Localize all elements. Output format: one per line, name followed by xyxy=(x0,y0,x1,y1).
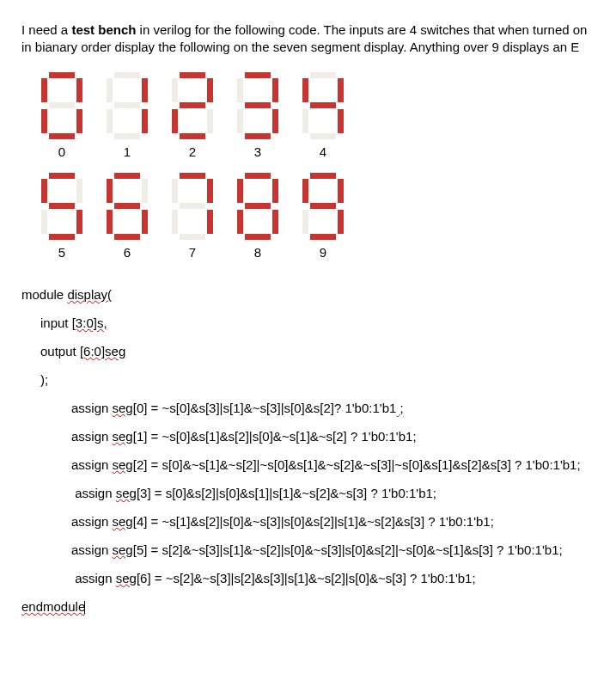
kw-output: output xyxy=(40,344,80,358)
expr: 3] = s[0]&s[2]|s[0]&s[1]|s[1]&~s[2]&~s[3… xyxy=(140,486,436,500)
seg-f xyxy=(302,78,308,102)
digit-cell: 1 xyxy=(102,72,152,159)
expr: 5] = s[2]&~s[3]|s[1]&~s[2]|s[0]&~s[3]|s[… xyxy=(137,542,563,557)
seg-b xyxy=(142,179,148,203)
seven-seg-icon xyxy=(107,72,148,139)
expr: 0] = ~s[0]&s[3]|s[1]&~s[3]|s[0]&s[2]? 1'… xyxy=(137,401,396,415)
close-paren: ); xyxy=(40,372,48,387)
digit-cell: 8 xyxy=(233,173,283,260)
digit-label: 9 xyxy=(320,245,326,260)
seg-a xyxy=(180,72,205,78)
seg-g xyxy=(114,203,140,209)
seg-a xyxy=(114,173,140,179)
digit-label: 8 xyxy=(254,245,261,260)
kw-assign: assign xyxy=(71,571,116,585)
seg-a xyxy=(310,173,336,179)
seg-d xyxy=(180,234,205,240)
seg-a xyxy=(180,173,205,179)
digit-row-1: 01234 xyxy=(37,72,595,159)
seg-d xyxy=(180,133,205,139)
seg-f xyxy=(41,78,47,102)
text-cursor-icon xyxy=(84,601,85,614)
ident-seg: seg[ xyxy=(113,542,137,557)
seg-e xyxy=(41,109,47,133)
seg-d xyxy=(245,234,271,240)
seg-g xyxy=(180,203,205,209)
intro-bold: test bench xyxy=(71,22,136,37)
seg-d xyxy=(114,234,140,240)
seg-f xyxy=(237,78,243,102)
seg-d xyxy=(310,234,336,240)
seg-b xyxy=(76,78,82,102)
seg-e xyxy=(107,210,113,234)
seg-f xyxy=(172,179,178,203)
seg-g xyxy=(114,102,140,108)
seven-seg-icon xyxy=(107,173,148,240)
seg-a xyxy=(49,72,75,78)
digit-cell: 5 xyxy=(37,173,87,260)
seg-g xyxy=(180,102,205,108)
expr: 1] = ~s[0]&s[1]&s[2]|s[0]&~s[1]&~s[2] ? … xyxy=(137,429,417,444)
code-line: assign seg[2] = s[0]&~s[1]&~s[2]|~s[0]&s… xyxy=(21,450,595,479)
digit-label: 4 xyxy=(320,144,326,159)
port-seg: [6:0]seg xyxy=(80,344,125,358)
seven-seg-icon xyxy=(237,72,278,139)
seg-a xyxy=(114,72,140,78)
seg-f xyxy=(107,179,113,203)
kw-assign: assign xyxy=(71,429,113,444)
digit-cell: 7 xyxy=(168,173,217,260)
seg-e xyxy=(172,109,178,133)
seg-a xyxy=(245,173,271,179)
seg-c xyxy=(76,109,82,133)
seg-b xyxy=(272,78,278,102)
code-line: output [6:0]seg xyxy=(21,337,595,365)
code-line: assign seg[3] = s[0]&s[2]|s[0]&s[1]|s[1]… xyxy=(21,479,595,507)
expr: 6] = ~s[2]&~s[3]|s[2]&s[3]|s[1]&~s[2]|s[… xyxy=(140,571,476,585)
seg-g xyxy=(49,203,75,209)
seg-d xyxy=(245,133,271,139)
kw-assign: assign xyxy=(71,457,113,472)
intro-pre: I need a xyxy=(21,22,71,37)
code-line: ); xyxy=(21,365,595,394)
seg-d xyxy=(310,133,336,139)
seven-seg-figure: 01234 56789 xyxy=(37,72,595,260)
seven-seg-icon xyxy=(237,173,278,240)
code-line: input [3:0]s, xyxy=(21,309,595,337)
seg-f xyxy=(302,179,308,203)
kw-assign: assign xyxy=(71,401,113,415)
seg-a xyxy=(49,173,75,179)
seven-seg-icon xyxy=(172,173,213,240)
seg-c xyxy=(338,109,344,133)
seg-c xyxy=(338,210,344,234)
seg-c xyxy=(207,109,213,133)
seg-c xyxy=(272,109,278,133)
seg-e xyxy=(237,109,243,133)
code-line: assign seg[0] = ~s[0]&s[3]|s[1]&~s[3]|s[… xyxy=(21,394,595,422)
digit-label: 7 xyxy=(189,245,196,260)
ident-seg: seg[ xyxy=(116,571,140,585)
seg-g xyxy=(310,203,336,209)
seg-a xyxy=(310,72,336,78)
seven-seg-icon xyxy=(302,72,344,139)
code-line: module display( xyxy=(21,280,595,309)
seg-f xyxy=(172,78,178,102)
seg-g xyxy=(310,102,336,108)
code-block: module display( input [3:0]s, output [6:… xyxy=(21,280,595,621)
seg-c xyxy=(76,210,82,234)
kw-input: input xyxy=(40,315,72,330)
digit-label: 3 xyxy=(254,144,261,159)
seg-e xyxy=(302,210,308,234)
kw-assign: assign xyxy=(71,486,116,500)
ident-seg: seg[ xyxy=(113,514,137,529)
seg-d xyxy=(114,133,140,139)
seg-d xyxy=(49,234,75,240)
digit-cell: 0 xyxy=(37,72,87,159)
seg-b xyxy=(338,179,344,203)
seg-g xyxy=(49,102,75,108)
seven-seg-icon xyxy=(41,72,82,139)
ident-seg: seg[ xyxy=(113,401,137,415)
digit-label: 6 xyxy=(124,245,131,260)
expr: 2] = s[0]&~s[1]&~s[2]|~s[0]&s[1]&~s[2]&~… xyxy=(137,457,581,472)
seven-seg-icon xyxy=(41,173,82,240)
seg-b xyxy=(272,179,278,203)
